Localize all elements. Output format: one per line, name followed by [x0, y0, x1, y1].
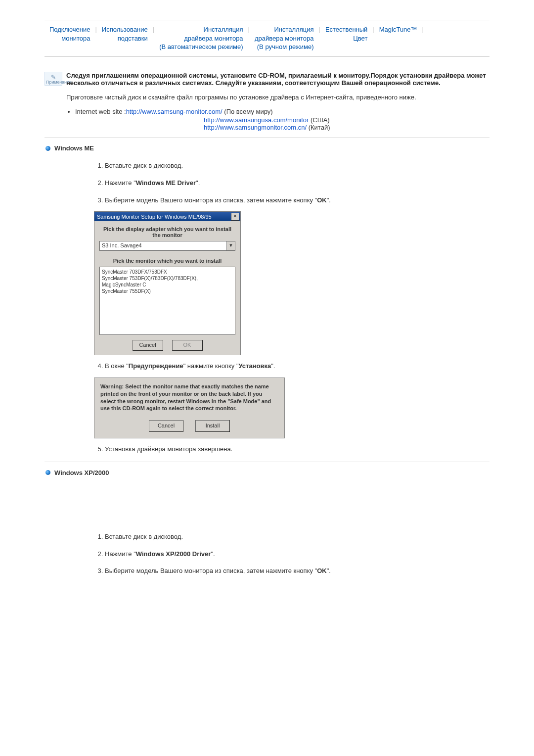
dialog-title: Samsung Monitor Setup for Windows ME/98/… — [97, 214, 212, 220]
me-setup-dialog: Samsung Monitor Setup for Windows ME/98/… — [94, 211, 241, 355]
list-item[interactable]: SyncMaster 703DFX/753DFX — [102, 269, 233, 275]
section-title-xp: Windows XP/2000 — [54, 469, 109, 476]
list-item[interactable]: SyncMaster 755DF(X) — [102, 288, 233, 294]
step-xp-2: Нажмите "Windows XP/2000 Driver". — [105, 548, 490, 561]
warning-dialog: Warning: Select the monitor name that ex… — [94, 378, 285, 438]
adapter-combo[interactable]: S3 Inc. Savage4 ▼ — [99, 241, 235, 251]
monitor-list[interactable]: SyncMaster 703DFX/753DFX SyncMaster 753D… — [99, 267, 235, 335]
tab-divider: | — [422, 25, 424, 33]
warning-text: Warning: Select the monitor name that ex… — [100, 383, 271, 412]
close-icon[interactable]: × — [231, 213, 239, 221]
prep-text: Приготовьте чистый диск и скачайте файл … — [66, 93, 490, 102]
steps-me-end: Установка драйвера монитора завершена. — [94, 443, 490, 456]
cancel-button[interactable]: Cancel — [149, 420, 183, 432]
link-world-suffix: (По всему миру) — [222, 108, 273, 115]
divider — [44, 462, 490, 462]
steps-me: Вставьте диск в дисковод. Нажмите "Windo… — [94, 160, 490, 206]
section-title-me: Windows ME — [54, 144, 94, 152]
step-xp-1: Вставьте диск в дисковод. — [105, 531, 490, 543]
install-button[interactable]: Install — [195, 420, 230, 432]
tab-natural-color[interactable]: ЕстественныйЦвет — [320, 25, 372, 43]
tab-connecting[interactable]: Подключениемонитора — [44, 25, 95, 43]
note-bold-text: Следуя приглашениям операционной системы… — [66, 72, 486, 87]
step-xp-3: Выберите модель Вашего монитора из списк… — [105, 565, 490, 577]
link-world[interactable]: http://www.samsung-monitor.com/ — [126, 108, 222, 115]
tab-install-manual[interactable]: Инсталляциядрайвера монитора(В ручном ре… — [250, 25, 318, 51]
steps-xp: Вставьте диск в дисковод. Нажмите "Windo… — [94, 531, 490, 577]
bullet-icon — [45, 146, 50, 151]
internet-site-line: Internet web site :http://www.samsung-mo… — [75, 108, 490, 131]
step-me-5: Установка драйвера монитора завершена. — [105, 443, 490, 456]
step-me-2: Нажмите "Windows ME Driver". — [105, 177, 490, 189]
step-me-1: Вставьте диск в дисковод. — [105, 160, 490, 172]
divider — [44, 137, 490, 138]
bullet-icon — [45, 470, 50, 475]
internet-label: Internet web site : — [75, 108, 126, 115]
note-icon: ✎ Примечание — [44, 72, 62, 86]
tab-stand[interactable]: Использованиеподставки — [97, 25, 153, 43]
step-me-3: Выберите модель Вашего монитора из списк… — [105, 194, 490, 207]
link-usa[interactable]: http://www.samsungusa.com/monitor — [204, 116, 309, 124]
top-nav: Подключениемонитора | Использованиеподст… — [44, 20, 490, 57]
step-me-4: В окне "Предупреждение" нажмите кнопку "… — [105, 360, 490, 373]
cancel-button[interactable]: Cancel — [133, 340, 163, 351]
tab-install-auto[interactable]: Инсталляциядрайвера монитора(В автоматич… — [154, 25, 248, 51]
adapter-combo-value: S3 Inc. Savage4 — [100, 241, 226, 250]
link-china[interactable]: http://www.samsungmonitor.com.cn/ — [204, 124, 307, 131]
list-item[interactable]: SyncMaster 753DF(X)/783DF(X)/783DF(X), M… — [102, 275, 233, 288]
ok-button[interactable]: OK — [172, 340, 203, 351]
chevron-down-icon[interactable]: ▼ — [226, 241, 235, 250]
link-china-suffix: (Китай) — [307, 124, 330, 131]
tab-magictune[interactable]: MagicTune™ — [374, 25, 422, 34]
dialog-label2: Pick the monitor which you want to insta… — [99, 258, 235, 264]
dialog-label1: Pick the display adapter which you want … — [99, 226, 235, 238]
steps-me-cont: В окне "Предупреждение" нажмите кнопку "… — [94, 360, 490, 373]
note-icon-label: Примечание — [46, 80, 61, 85]
link-usa-suffix: (США) — [309, 116, 329, 124]
